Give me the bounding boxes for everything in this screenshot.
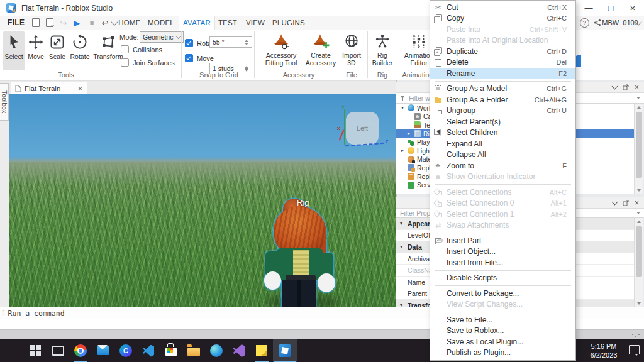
menu-item-ungroup[interactable]: UngroupCtrl+U	[430, 106, 575, 117]
scrollbar-thumb[interactable]	[636, 226, 642, 277]
collisions-checkbox[interactable]: Collisions	[121, 45, 162, 53]
account-dropdown[interactable]	[635, 16, 641, 30]
taskbar-mail-button[interactable]	[92, 339, 114, 362]
open-file-button[interactable]: →	[44, 16, 55, 30]
scrollbar-thumb[interactable]	[636, 112, 642, 178]
close-panel-icon[interactable]: ×	[635, 200, 639, 206]
scroll-up-icon[interactable]	[635, 218, 643, 225]
taskbar-canva-button[interactable]: C	[114, 339, 137, 362]
tab-view[interactable]: VIEW	[242, 16, 269, 30]
collapse-arrow-icon[interactable]	[408, 131, 413, 136]
play-button[interactable]: ▶	[71, 16, 82, 30]
taskbar-vscode-button[interactable]	[137, 339, 160, 362]
roblox-studio-icon	[279, 344, 291, 357]
menu-item-convert-to-package[interactable]: Convert to Package...	[430, 288, 575, 299]
expand-arrow-icon[interactable]	[400, 244, 406, 250]
menu-item-swap-attachments: Swap Attachments	[430, 220, 575, 231]
menu-item-save-as-local-plugin[interactable]: Save as Local Plugin...	[430, 336, 575, 348]
close-panel-icon[interactable]: ×	[635, 84, 639, 90]
document-tab-flat-terrain[interactable]: Flat Terrain ✕	[11, 82, 87, 95]
close-button[interactable]: ×	[623, 0, 643, 16]
task-view-icon	[52, 346, 64, 356]
chevron-down-icon[interactable]	[612, 83, 618, 89]
icon-spacer	[433, 288, 443, 298]
explorer-scrollbar[interactable]	[634, 104, 643, 194]
menu-item-save-to-file[interactable]: Save to File...	[430, 314, 575, 326]
menu-item-duplicate[interactable]: DuplicateCtrl+D	[430, 46, 575, 57]
scale-tool-button[interactable]: Scale	[47, 31, 67, 70]
file-menu[interactable]: FILE	[8, 16, 25, 30]
tab-test[interactable]: TEST	[215, 16, 240, 30]
collapse-arrow-icon[interactable]	[401, 148, 407, 153]
taskbar-start-button[interactable]	[24, 339, 47, 362]
menu-item-copy[interactable]: CopyCtrl+C	[430, 13, 575, 25]
menu-item-insert-part[interactable]: Insert Part	[430, 235, 575, 246]
menu-item-group-as-folder[interactable]: Group As a FolderCtrl+Alt+G	[430, 94, 575, 106]
stop-button[interactable]: ■	[86, 16, 97, 30]
3d-viewport[interactable]: Rig Left Y X Z	[9, 94, 396, 307]
taskbar-task-view-button[interactable]	[47, 339, 69, 362]
undo-button[interactable]: ↩	[99, 16, 111, 30]
view-selector-cube[interactable]: Left	[346, 112, 379, 145]
taskbar-roblox-studio-button[interactable]	[273, 339, 297, 362]
expand-arrow-icon[interactable]	[401, 105, 407, 111]
menu-item-insert-object[interactable]: Insert Object...	[430, 246, 575, 258]
snap-move-checkbox[interactable]: Move	[185, 54, 214, 62]
taskbar-file-explorer-button[interactable]	[182, 339, 205, 362]
menu-item-cut[interactable]: CutCtrl+X	[430, 2, 575, 13]
taskbar-chrome-button[interactable]	[69, 339, 92, 362]
menu-item-collapse-all[interactable]: Collapse All	[430, 150, 575, 161]
scroll-up-icon[interactable]	[635, 104, 643, 111]
select-tool-button[interactable]: Select	[3, 31, 25, 70]
minimize-button[interactable]: —	[579, 0, 599, 16]
undock-icon[interactable]	[623, 84, 629, 90]
menu-item-group-as-model[interactable]: Group As a ModelCtrl+G	[430, 84, 575, 95]
menu-item-save-to-roblox[interactable]: Save to Roblox...	[430, 326, 575, 337]
scroll-down-icon[interactable]	[635, 300, 643, 307]
menu-item-zoom-to[interactable]: Zoom toF	[430, 160, 575, 172]
redo-button[interactable]: ↪	[58, 16, 69, 30]
taskbar-store-button[interactable]	[160, 339, 182, 362]
menu-item-publish-as-plugin[interactable]: Publish as Plugin...	[430, 348, 575, 359]
icon-spacer	[433, 337, 443, 346]
menu-item-disable-scripts[interactable]: Disable Scripts	[430, 273, 575, 284]
expand-arrow-icon[interactable]	[400, 221, 406, 226]
chevron-down-icon[interactable]	[612, 199, 618, 205]
menu-item-insert-from-file[interactable]: Insert from File...	[430, 257, 575, 268]
taskbar-sticky-notes-button[interactable]	[250, 339, 273, 362]
toolbox-tab[interactable]: Toolbox	[0, 83, 9, 121]
tab-home[interactable]: HOME	[116, 16, 143, 30]
close-tab-icon[interactable]: ✕	[77, 85, 83, 93]
menu-item-select-parents[interactable]: Select Parent(s)	[430, 116, 575, 128]
drag-handle-icon[interactable]: ⁞⁞	[2, 310, 4, 317]
taskbar-visual-studio-button[interactable]	[228, 339, 250, 362]
ungroup-icon	[433, 106, 443, 116]
scroll-down-icon[interactable]	[635, 187, 643, 194]
menu-item-delete[interactable]: DeleteDel	[430, 57, 575, 69]
tab-model[interactable]: MODEL	[145, 16, 177, 30]
rig-builder-button[interactable]: Rig Builder	[369, 31, 396, 67]
taskbar-clock[interactable]: 5:16 PM 6/2/2023	[581, 342, 626, 359]
help-button[interactable]: ?	[579, 16, 590, 30]
menu-item-expand-all[interactable]: Expand All	[430, 138, 575, 150]
accessory-fitting-tool-button[interactable]: Accessory Fitting Tool	[260, 31, 302, 67]
mode-dropdown[interactable]: Geometric	[140, 31, 184, 43]
join-surfaces-checkbox[interactable]: Join Surfaces	[121, 58, 175, 67]
account-menu[interactable]: MBW_0100	[604, 16, 636, 30]
maximize-button[interactable]: ▢	[601, 0, 621, 16]
move-tool-button[interactable]: Move	[26, 31, 46, 70]
properties-scrollbar[interactable]	[634, 218, 643, 307]
rotate-tool-button[interactable]: Rotate	[69, 31, 91, 70]
tab-avatar[interactable]: AVATAR	[179, 16, 215, 30]
menu-item-select-children[interactable]: Select Children	[430, 128, 575, 139]
action-center-icon[interactable]	[629, 345, 640, 354]
import-3d-button[interactable]: Import 3D	[339, 31, 364, 67]
taskbar-edge-button[interactable]	[205, 339, 228, 362]
tab-plugins[interactable]: PLUGINS	[270, 16, 307, 30]
create-accessory-button[interactable]: Create Accessory	[303, 31, 338, 67]
snap-rotate-field[interactable]: 55 °	[209, 36, 252, 48]
resize-grip-icon[interactable]	[631, 333, 640, 338]
menu-item-rename[interactable]: RenameF2	[430, 68, 575, 79]
undock-icon[interactable]	[623, 200, 629, 206]
new-file-button[interactable]	[30, 16, 42, 30]
